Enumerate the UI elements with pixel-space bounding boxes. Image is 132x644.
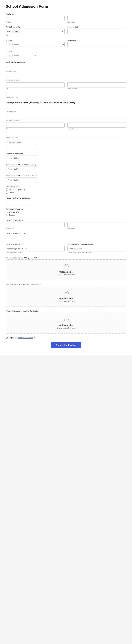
guardian-email-input[interactable] xyxy=(6,246,64,251)
reason-leaving-section: Reason for leaving last school xyxy=(6,197,126,205)
terms-required-star: * xyxy=(34,337,35,339)
terms-link[interactable]: terms & conditions xyxy=(18,337,33,339)
last-name-col: Last Name xyxy=(68,16,126,23)
upload-leaving-title: Upload a File xyxy=(9,271,123,273)
medium-select[interactable]: Please Select English Hindi Urdu Other xyxy=(6,155,37,160)
residential-postal-input[interactable] xyxy=(6,91,126,96)
terms-row: I agree to terms & conditions * xyxy=(6,337,126,339)
standard-studying-select[interactable]: Please Select 1st 2nd 3rd 4th 5th 6th 7t… xyxy=(6,166,37,172)
upload-marklist-title: Upload a File xyxy=(9,297,123,300)
residential-street-input[interactable] xyxy=(6,65,126,70)
gender-section: Gender Please Select Male Female Other xyxy=(6,50,126,58)
admission-day-scholar-item[interactable]: Day Scholar xyxy=(6,211,126,213)
result-failed-label: Failed xyxy=(9,192,14,194)
upload-marklist-area[interactable]: Upload a File Drag and drop files here xyxy=(6,286,126,307)
upload-marklist-label: Attach Scan copy of Mark-list / Report C… xyxy=(6,283,126,285)
correspondent-postal-sublabel: Postal / Zip Code xyxy=(6,137,126,138)
religion-label: Religion xyxy=(6,39,64,41)
residential-city-input[interactable] xyxy=(6,82,64,88)
nationality-label: Nationality xyxy=(68,39,126,41)
upload-leaving-area[interactable]: Upload a File Drag and drop files here xyxy=(6,259,126,280)
residential-street2-input[interactable] xyxy=(6,74,126,79)
upload-marklist-section: Attach Scan copy of Mark-list / Report C… xyxy=(6,283,126,307)
upload-medical-area[interactable]: Upload a File Drag and drop files here xyxy=(6,313,126,334)
result-radio-group: Promoted (passed) Failed xyxy=(6,188,126,194)
guardian-occupation-input[interactable] xyxy=(6,235,37,240)
guardian-last-name-sublabel: Last Name xyxy=(68,228,126,229)
residential-postal-sublabel: Postal / Zip Code xyxy=(6,96,126,98)
residential-street2-sublabel: Street Address Line 2 xyxy=(6,79,126,81)
guardian-phone-col: Local Guardian Phone Number Please enter… xyxy=(68,243,126,254)
place-of-birth-col: Place of Birth xyxy=(68,26,126,36)
upload-leaving-subtitle: Drag and drop files here xyxy=(9,274,123,276)
result-failed-radio[interactable] xyxy=(6,192,8,194)
guardian-last-name-input[interactable] xyxy=(68,222,126,227)
first-name-sublabel: First Name xyxy=(6,21,64,23)
guardian-first-name-input[interactable] xyxy=(6,222,64,227)
correspondent-state-col: State / Province xyxy=(68,122,126,130)
correspondent-street2-input[interactable] xyxy=(6,114,126,119)
result-failed-item[interactable]: Failed xyxy=(6,192,126,194)
religion-select[interactable]: Please Select Christianity Islam Hinduis… xyxy=(6,42,64,47)
result-promoted-radio[interactable] xyxy=(6,188,8,191)
correspondent-state-input[interactable] xyxy=(68,122,126,128)
residential-state-input[interactable] xyxy=(68,82,126,88)
correspondent-address-section: Correspondent Address (fill up only if d… xyxy=(6,101,126,138)
standard-sought-select[interactable]: Please Select 1st 2nd 3rd 4th 5th 6th 7t… xyxy=(6,177,37,182)
correspondent-street-sublabel: Street Address xyxy=(6,111,126,112)
upload-leaving-label: Attach Scan copy of Leaving Certificate xyxy=(6,256,126,258)
residential-state-col: State / Province xyxy=(68,82,126,90)
residential-city-sublabel: City xyxy=(6,88,64,90)
dob-input[interactable] xyxy=(6,29,64,34)
guardian-phone-label: Local Guardian Phone Number xyxy=(68,243,126,246)
form-wrapper: School Admission Form Pupil's Name First… xyxy=(0,0,132,355)
admission-boarder-item[interactable]: Boarder xyxy=(6,214,126,216)
guardian-first-name-col: First Name xyxy=(6,222,64,229)
nationality-input[interactable] xyxy=(68,42,126,47)
gender-label: Gender xyxy=(6,50,126,52)
last-school-result-label: Last school result xyxy=(6,186,126,188)
last-school-label: Name of last school xyxy=(6,142,126,144)
place-of-birth-input[interactable] xyxy=(68,29,126,34)
standard-sought-label: Standard in which admission is sought xyxy=(6,174,126,177)
guardian-contact-section: Local Guardian Email example@example.com… xyxy=(6,243,126,254)
submit-button[interactable]: Submit Application xyxy=(51,342,81,348)
dob-col: Pupils Date of Birth Date xyxy=(6,26,64,36)
admission-day-scholar-radio[interactable] xyxy=(6,211,8,213)
guardian-first-name-sublabel: First Name xyxy=(6,228,64,229)
last-school-result-section: Last school result Promoted (passed) Fai… xyxy=(6,186,126,194)
guardian-occupation-section: Local Guardian Occupation xyxy=(6,232,126,240)
reason-leaving-input[interactable] xyxy=(6,200,37,205)
terms-checkbox[interactable] xyxy=(6,337,8,338)
correspondent-state-sublabel: State / Province xyxy=(68,128,126,130)
residential-street-sublabel: Street Address xyxy=(6,71,126,72)
upload-marklist-subtitle: Drag and drop files here xyxy=(9,300,123,302)
place-of-birth-label: Place of Birth xyxy=(68,26,126,28)
admission-type-radio-group: Day Scholar Boarder xyxy=(6,211,126,216)
guardian-name-label: Local Guardian Name xyxy=(6,219,126,221)
correspondent-postal-input[interactable] xyxy=(6,131,126,136)
first-name-input[interactable] xyxy=(6,16,64,21)
dob-sublabel: Date xyxy=(6,34,64,36)
terms-link-text: terms & conditions xyxy=(18,337,33,339)
admission-boarder-radio[interactable] xyxy=(6,214,8,216)
pupils-name-section: Pupil's Name First Name Last Name xyxy=(6,13,126,23)
correspondent-city-input[interactable] xyxy=(6,122,64,128)
upload-leaving-section: Attach Scan copy of Leaving Certificate … xyxy=(6,256,126,280)
residential-state-sublabel: State / Province xyxy=(68,88,126,90)
first-name-col: First Name xyxy=(6,16,64,23)
upload-medical-title: Upload a File xyxy=(9,324,123,326)
last-school-input[interactable] xyxy=(6,144,37,150)
correspondent-address-label: Correspondent Address (fill up only if d… xyxy=(6,101,126,104)
upload-leaving-icon xyxy=(9,264,123,270)
gender-select[interactable]: Please Select Male Female Other xyxy=(6,53,37,58)
result-promoted-item[interactable]: Promoted (passed) xyxy=(6,188,126,191)
upload-marklist-icon xyxy=(9,290,123,296)
guardian-phone-input[interactable] xyxy=(68,246,126,251)
reason-leaving-label: Reason for leaving last school xyxy=(6,197,126,199)
residential-address-label: Residential Address xyxy=(6,61,126,64)
guardian-occupation-label: Local Guardian Occupation xyxy=(6,232,126,234)
last-name-input[interactable] xyxy=(68,16,126,21)
correspondent-street-input[interactable] xyxy=(6,105,126,110)
dob-label: Pupils Date of Birth xyxy=(6,26,64,28)
